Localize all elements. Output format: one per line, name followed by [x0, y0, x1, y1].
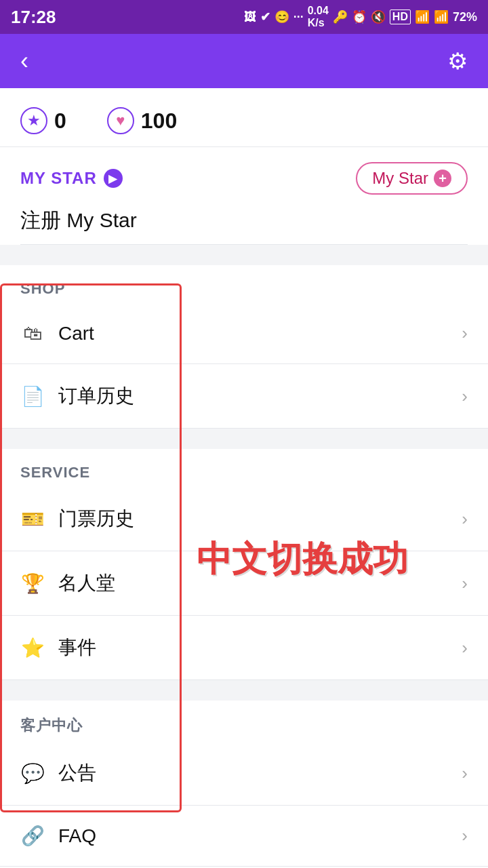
faq-chevron: › [462, 825, 468, 846]
header: ‹ ⚙ [0, 34, 488, 88]
hall-chevron: › [462, 573, 468, 594]
faq-icon: 🔗 [20, 825, 45, 847]
cart-label: Cart [58, 323, 94, 344]
cart-icon: 🛍 [20, 322, 45, 344]
page-wrapper: 17:28 🖼 ✔ 😊 ··· 0.04K/s 🔑 ⏰ 🔇 HD 📶 📶 72%… [0, 0, 488, 868]
events-left: ⭐ 事件 [20, 635, 96, 660]
heart-icon: ♥ [107, 107, 134, 134]
star-icon: ★ [20, 107, 47, 134]
points-row: ★ 0 ♥ 100 [0, 88, 488, 147]
plus-icon: + [434, 170, 451, 187]
mystar-arrow: ▶ [104, 169, 123, 188]
ticket-icon: 🎫 [20, 508, 45, 530]
customer-center-section: 客户中心 💬 公告 › 🔗 FAQ › 📋 条款和政策 › 📊 [0, 701, 488, 868]
stars-item: ★ 0 [20, 107, 66, 134]
mute-icon: 🔇 [371, 9, 386, 24]
hall-left: 🏆 名人堂 [20, 570, 115, 596]
shop-section: SHOP 🛍 Cart › 📄 订单历史 › [0, 265, 488, 429]
cart-chevron: › [462, 323, 468, 344]
order-chevron: › [462, 386, 468, 407]
ticket-label: 门票历史 [58, 506, 134, 532]
back-button[interactable]: ‹ [20, 47, 28, 75]
section-divider-2 [0, 429, 488, 449]
more-icon: ··· [293, 10, 304, 24]
events-item[interactable]: ⭐ 事件 › [0, 616, 488, 680]
service-section: SERVICE 🎫 门票历史 › 🏆 名人堂 › ⭐ 事件 › [0, 449, 488, 680]
faq-label: FAQ [58, 825, 96, 847]
stars-value: 0 [54, 108, 66, 134]
section-divider-3 [0, 680, 488, 701]
mystar-section: MY STAR ▶ My Star + 注册 My Star [0, 147, 488, 245]
wifi-icon: 📶 [415, 9, 430, 24]
hall-icon: 🏆 [20, 572, 45, 595]
mystar-label: MY STAR ▶ [20, 169, 123, 188]
mystar-register-button[interactable]: My Star + [356, 162, 468, 195]
status-time: 17:28 [11, 7, 56, 28]
face-icon: 😊 [274, 9, 289, 24]
settings-button[interactable]: ⚙ [447, 47, 468, 75]
faq-item[interactable]: 🔗 FAQ › [0, 806, 488, 867]
notice-label: 公告 [58, 760, 96, 786]
register-btn-text: My Star [372, 169, 428, 188]
notice-item[interactable]: 💬 公告 › [0, 741, 488, 806]
events-label: 事件 [58, 635, 96, 660]
section-divider [0, 245, 488, 265]
hearts-item: ♥ 100 [107, 107, 177, 134]
order-history-item[interactable]: 📄 订单历史 › [0, 364, 488, 429]
order-history-left: 📄 订单历史 [20, 383, 134, 409]
status-bar: 17:28 🖼 ✔ 😊 ··· 0.04K/s 🔑 ⏰ 🔇 HD 📶 📶 72% [0, 0, 488, 34]
alarm-icon: ⏰ [352, 9, 367, 24]
faq-left: 🔗 FAQ [20, 825, 96, 847]
hearts-value: 100 [141, 108, 177, 134]
notice-chevron: › [462, 763, 468, 784]
battery-icon: 72% [453, 10, 477, 24]
ticket-history-item[interactable]: 🎫 门票历史 › [0, 487, 488, 551]
notice-icon: 💬 [20, 762, 45, 785]
order-icon: 📄 [20, 385, 45, 408]
events-chevron: › [462, 637, 468, 658]
speed-icon: 0.04K/s [308, 5, 329, 29]
mystar-text: MY STAR [20, 169, 97, 188]
image-icon: 🖼 [244, 10, 256, 24]
ticket-chevron: › [462, 509, 468, 530]
tick-icon: ✔ [260, 9, 270, 24]
service-title: SERVICE [0, 449, 488, 487]
hall-of-fame-item[interactable]: 🏆 名人堂 › [0, 551, 488, 616]
register-text: 注册 My Star [20, 207, 468, 245]
ticket-left: 🎫 门票历史 [20, 506, 134, 532]
cart-item-left: 🛍 Cart [20, 322, 94, 344]
cart-item[interactable]: 🛍 Cart › [0, 303, 488, 364]
hall-label: 名人堂 [58, 570, 115, 596]
shop-title: SHOP [0, 265, 488, 303]
hd-icon: HD [390, 9, 411, 24]
events-icon: ⭐ [20, 637, 45, 659]
status-icons: 🖼 ✔ 😊 ··· 0.04K/s 🔑 ⏰ 🔇 HD 📶 📶 72% [244, 5, 477, 29]
notice-left: 💬 公告 [20, 760, 96, 786]
customer-center-title: 客户中心 [0, 701, 488, 741]
order-history-label: 订单历史 [58, 383, 134, 409]
signal-icon: 📶 [434, 9, 449, 24]
key-icon: 🔑 [333, 9, 348, 24]
mystar-header: MY STAR ▶ My Star + [20, 162, 468, 195]
